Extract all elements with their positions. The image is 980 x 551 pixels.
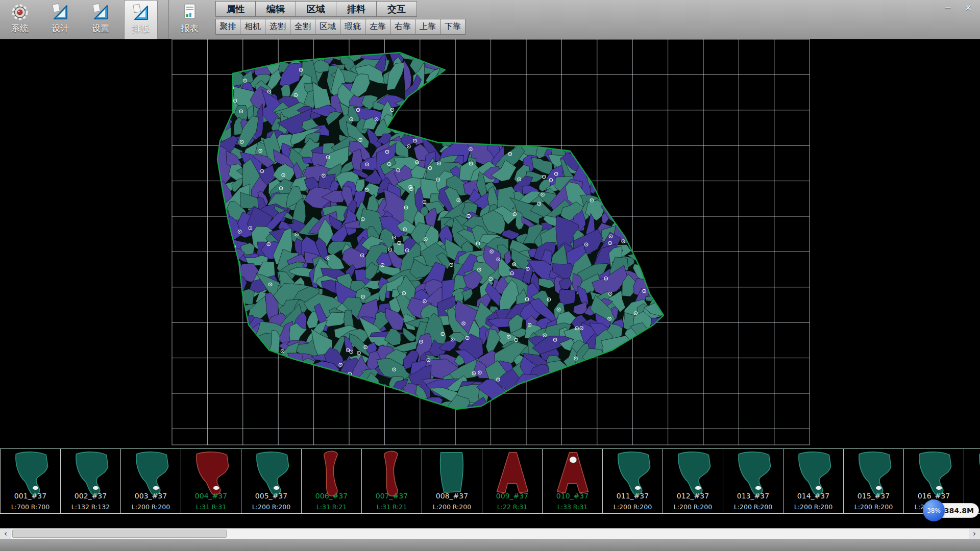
menu-tab-编辑[interactable]: 编辑 (256, 1, 296, 17)
tool-button-瑕疵[interactable]: 瑕疵 (340, 19, 365, 35)
part-shape (189, 450, 233, 499)
part-cell-015_#37[interactable]: 015_#37L:200 R:200 (844, 449, 904, 513)
ribbon-item-label: 系统 (11, 23, 29, 33)
part-shape (491, 450, 534, 499)
scrollbar-track[interactable] (11, 529, 969, 539)
ribbon: 系统设计设置排版报表 (3, 0, 213, 39)
part-cell-003_#37[interactable]: 003_#37L:200 R:200 (121, 449, 181, 513)
part-sizes: L:700 R:700 (1, 503, 60, 511)
set-square-icon (131, 3, 151, 23)
ribbon-item-排版[interactable]: 排版 (124, 0, 158, 39)
nesting-canvas-svg (0, 39, 980, 448)
part-sizes: L:200 R:200 (663, 503, 723, 511)
tool-button-选割[interactable]: 选割 (265, 19, 290, 35)
window-controls: ─ ✕ (941, 2, 975, 14)
top-toolbar: 系统设计设置排版报表 属性编辑区域排料交互 聚排相机选割全割区域瑕疵左靠右靠上靠… (0, 0, 980, 39)
part-shape (430, 450, 474, 499)
set-square-icon (50, 2, 70, 22)
part-shape (912, 450, 956, 499)
ribbon-item-设计[interactable]: 设计 (43, 0, 77, 39)
part-cell-014_#37[interactable]: 014_#37L:200 R:200 (783, 449, 844, 513)
menu-tab-属性[interactable]: 属性 (215, 1, 256, 17)
menu-tabs-row: 属性编辑区域排料交互 (215, 1, 417, 17)
tool-button-右靠[interactable]: 右靠 (390, 19, 415, 35)
menu-tab-区域[interactable]: 区域 (296, 1, 336, 17)
tool-buttons-row: 聚排相机选割全割区域瑕疵左靠右靠上靠下靠 (215, 19, 465, 35)
part-shape (731, 450, 775, 499)
part-cell-001_#37[interactable]: 001_#37L:700 R:700 (1, 449, 61, 513)
scroll-left-arrow[interactable]: ‹ (0, 529, 11, 539)
part-cell-002_#37[interactable]: 002_#37L:132 R:132 (61, 449, 121, 513)
part-sizes: L:200 R:200 (121, 503, 181, 511)
part-cell-010_#37[interactable]: 010_#37L:33 R:31 (543, 449, 603, 513)
part-cell-005_#37[interactable]: 005_#37L:200 R:200 (241, 449, 302, 513)
part-shape (551, 450, 595, 499)
tool-button-相机[interactable]: 相机 (240, 19, 265, 35)
menu-tab-交互[interactable]: 交互 (377, 1, 417, 17)
part-sizes: L:200 R:200 (783, 503, 843, 511)
part-cell-004_#37[interactable]: 004_#37L:31 R:31 (181, 449, 241, 513)
tool-button-区域[interactable]: 区域 (315, 19, 340, 35)
minimize-button[interactable]: ─ (941, 2, 954, 14)
part-sizes: L:200 R:200 (603, 503, 663, 511)
report-icon (180, 2, 200, 22)
app-window: 系统设计设置排版报表 属性编辑区域排料交互 聚排相机选割全割区域瑕疵左靠右靠上靠… (0, 0, 980, 551)
horizontal-scrollbar: ‹ › (0, 528, 980, 539)
part-shape (69, 450, 113, 499)
part-shape (250, 450, 293, 499)
part-cell-007_#37[interactable]: 007_#37L:31 R:21 (362, 449, 422, 513)
part-sizes: L:33 R:31 (543, 503, 602, 511)
tool-button-下靠[interactable]: 下靠 (440, 19, 465, 35)
part-shape (370, 450, 414, 499)
part-shape (9, 450, 53, 499)
scrollbar-thumb[interactable] (12, 530, 227, 538)
tool-button-聚排[interactable]: 聚排 (215, 19, 240, 35)
ribbon-item-label: 报表 (181, 23, 199, 33)
part-shape (852, 450, 896, 499)
part-sizes: L:200 R:200 (422, 503, 482, 511)
part-shape (129, 450, 173, 499)
ribbon-item-设置[interactable]: 设置 (84, 0, 117, 39)
part-cell-006_#37[interactable]: 006_#37L:31 R:21 (302, 449, 362, 513)
part-cell-013_#37[interactable]: 013_#37L:200 R:200 (723, 449, 783, 513)
ribbon-item-报表[interactable]: 报表 (168, 0, 206, 39)
ribbon-item-label: 排版 (132, 23, 150, 34)
part-shape (310, 450, 354, 499)
part-sizes: L:200 R:200 (844, 503, 903, 511)
ribbon-item-label: 设置 (92, 23, 109, 33)
scroll-right-arrow[interactable]: › (969, 529, 980, 539)
window-bottom-frame (0, 539, 980, 551)
nested-pieces (191, 39, 689, 427)
part-sizes: L:31 R:31 (181, 503, 241, 511)
part-sizes: L:31 R:21 (302, 503, 361, 511)
part-cell-011_#37[interactable]: 011_#37L:200 R:200 (603, 449, 663, 513)
part-shape (671, 450, 715, 499)
part-sizes: L:22 R:31 (482, 503, 542, 511)
ribbon-item-label: 设计 (52, 23, 69, 33)
menu-tab-排料[interactable]: 排料 (336, 1, 377, 17)
set-square-icon (90, 2, 111, 22)
parts-strip: 001_#37L:700 R:700002_#37L:132 R:132003_… (0, 448, 980, 514)
part-shape (972, 450, 980, 499)
ribbon-item-系统[interactable]: 系统 (3, 0, 37, 39)
gear-icon (10, 2, 30, 22)
nesting-canvas[interactable] (0, 39, 980, 448)
tool-button-左靠[interactable]: 左靠 (365, 19, 390, 35)
progress-badge: 38% (923, 499, 945, 521)
close-button[interactable]: ✕ (962, 2, 975, 14)
part-sizes: L:200 R:200 (723, 503, 783, 511)
part-shape (792, 450, 836, 499)
part-sizes: L:31 R:21 (362, 503, 422, 511)
part-cell-009_#37[interactable]: 009_#37L:22 R:31 (482, 449, 543, 513)
part-sizes: L:132 R:132 (61, 503, 120, 511)
part-sizes: L:200 R:200 (241, 503, 301, 511)
tool-button-上靠[interactable]: 上靠 (415, 19, 440, 35)
part-cell-008_#37[interactable]: 008_#37L:200 R:200 (422, 449, 482, 513)
part-shape (611, 450, 655, 499)
tool-button-全割[interactable]: 全割 (290, 19, 315, 35)
part-cell-012_#37[interactable]: 012_#37L:200 R:200 (663, 449, 723, 513)
